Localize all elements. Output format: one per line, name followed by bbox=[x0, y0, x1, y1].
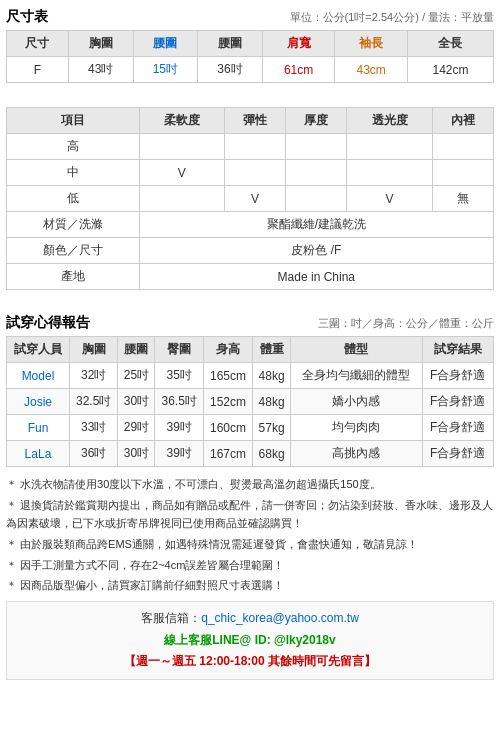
fit-col-bodytype: 體型 bbox=[290, 337, 422, 363]
fitting-cell: F合身舒適 bbox=[422, 389, 493, 415]
note-item: ＊ 因手工測量方式不同，存在2~4cm誤差皆屬合理範圍！ bbox=[6, 556, 494, 575]
fitting-title: 試穿心得報告 bbox=[6, 314, 90, 332]
material-value: 聚酯纖維/建議乾洗 bbox=[139, 212, 493, 238]
notes-section: ＊ 水洗衣物請使用30度以下水溫，不可漂白、熨燙最高溫勿超過攝氏150度。＊ 退… bbox=[6, 475, 494, 595]
prop-row-high: 高 bbox=[7, 134, 494, 160]
material-label: 材質／洗滌 bbox=[7, 212, 140, 238]
size-table-unit: 單位：公分(1吋=2.54公分) / 量法：平放量 bbox=[290, 10, 494, 25]
prop-row-mid: 中 V bbox=[7, 160, 494, 186]
prop-table: 項目 柔軟度 彈性 厚度 透光度 內裡 高 中 V bbox=[6, 107, 494, 290]
email-value: q_chic_korea@yahoo.com.tw bbox=[201, 611, 359, 625]
size-value: F bbox=[7, 57, 69, 83]
note-item: ＊ 因商品版型偏小，請買家訂購前仔細對照尺寸表選購！ bbox=[6, 576, 494, 595]
prop-col-soft: 柔軟度 bbox=[139, 108, 224, 134]
fitting-row: Model32吋25吋35吋165cm48kg全身均勻纖細的體型F合身舒適 bbox=[7, 363, 494, 389]
prop-col-lining: 內裡 bbox=[432, 108, 493, 134]
prop-col-item: 項目 bbox=[7, 108, 140, 134]
col-length: 全長 bbox=[407, 31, 493, 57]
size-table-title: 尺寸表 bbox=[6, 8, 48, 26]
fit-col-person: 試穿人員 bbox=[7, 337, 70, 363]
color-label: 顏色／尺寸 bbox=[7, 238, 140, 264]
fitting-cell: 48kg bbox=[253, 363, 291, 389]
fitting-cell: 36吋 bbox=[69, 441, 117, 467]
fitting-header: 試穿心得報告 三圍：吋／身高：公分／體重：公斤 bbox=[6, 314, 494, 332]
col-hip: 腰圍 bbox=[133, 31, 198, 57]
size-section: 尺寸表 單位：公分(1吋=2.54公分) / 量法：平放量 尺寸 胸圍 腰圍 腰… bbox=[6, 8, 494, 83]
fitting-row: Josie32.5吋30吋36.5吋152cm48kg嬌小內感F合身舒適 bbox=[7, 389, 494, 415]
fitting-cell: F合身舒適 bbox=[422, 441, 493, 467]
prop-row-low: 低 V V 無 bbox=[7, 186, 494, 212]
fitting-cell: 32吋 bbox=[69, 363, 117, 389]
waist-value: 36吋 bbox=[198, 57, 263, 83]
fitting-cell: 嬌小內感 bbox=[290, 389, 422, 415]
fitting-cell: 30吋 bbox=[118, 441, 155, 467]
prop-label-mid: 中 bbox=[7, 160, 140, 186]
fitting-cell: 160cm bbox=[203, 415, 252, 441]
fitting-cell: F合身舒適 bbox=[422, 363, 493, 389]
origin-row: 產地 Made in China bbox=[7, 264, 494, 290]
sleeve-value: 43cm bbox=[335, 57, 408, 83]
length-value: 142cm bbox=[407, 57, 493, 83]
col-chest: 胸圍 bbox=[68, 31, 133, 57]
note-item: ＊ 退換貨請於鑑賞期內提出，商品如有贈品或配件，請一併寄回；勿沾染到菸妝、香水味… bbox=[6, 496, 494, 533]
fitting-cell: 57kg bbox=[253, 415, 291, 441]
fitting-unit: 三圍：吋／身高：公分／體重：公斤 bbox=[318, 316, 494, 331]
color-value: 皮粉色 /F bbox=[139, 238, 493, 264]
fitting-cell: 全身均勻纖細的體型 bbox=[290, 363, 422, 389]
size-header: 尺寸表 單位：公分(1吋=2.54公分) / 量法：平放量 bbox=[6, 8, 494, 26]
fitting-cell: 48kg bbox=[253, 389, 291, 415]
origin-value: Made in China bbox=[139, 264, 493, 290]
hip-value: 15吋 bbox=[133, 57, 198, 83]
prop-col-thick: 厚度 bbox=[286, 108, 347, 134]
col-sleeve: 袖長 bbox=[335, 31, 408, 57]
material-row: 材質／洗滌 聚酯纖維/建議乾洗 bbox=[7, 212, 494, 238]
fitting-cell: 33吋 bbox=[69, 415, 117, 441]
footer-email-line: 客服信箱：q_chic_korea@yahoo.com.tw bbox=[11, 608, 489, 630]
fitting-table: 試穿人員 胸圍 腰圍 臀圍 身高 體重 體型 試穿結果 Model32吋25吋3… bbox=[6, 336, 494, 467]
note-item: ＊ 由於服裝類商品跨EMS通關，如遇特殊情況需延遲發貨，會盡快通知，敬請見諒！ bbox=[6, 535, 494, 554]
fit-col-result: 試穿結果 bbox=[422, 337, 493, 363]
fit-col-chest: 胸圍 bbox=[69, 337, 117, 363]
chest-value: 43吋 bbox=[68, 57, 133, 83]
fit-col-hip: 臀圍 bbox=[155, 337, 203, 363]
footer-line: 線上客服LINE@ ID: @lky2018v bbox=[11, 630, 489, 652]
fit-col-weight: 體重 bbox=[253, 337, 291, 363]
fitting-cell: F合身舒適 bbox=[422, 415, 493, 441]
fitting-row: LaLa36吋30吋39吋167cm68kg高挑內感F合身舒適 bbox=[7, 441, 494, 467]
fit-col-waist: 腰圍 bbox=[118, 337, 155, 363]
fitting-cell: Model bbox=[7, 363, 70, 389]
fitting-cell: Fun bbox=[7, 415, 70, 441]
prop-section: 項目 柔軟度 彈性 厚度 透光度 內裡 高 中 V bbox=[6, 107, 494, 290]
fitting-cell: Josie bbox=[7, 389, 70, 415]
fitting-cell: 30吋 bbox=[118, 389, 155, 415]
shoulder-value: 61cm bbox=[262, 57, 335, 83]
prop-label-high: 高 bbox=[7, 134, 140, 160]
fitting-cell: 均勻肉肉 bbox=[290, 415, 422, 441]
fitting-cell: 36.5吋 bbox=[155, 389, 203, 415]
note-item: ＊ 水洗衣物請使用30度以下水溫，不可漂白、熨燙最高溫勿超過攝氏150度。 bbox=[6, 475, 494, 494]
size-table: 尺寸 胸圍 腰圍 腰圍 肩寬 袖長 全長 F 43吋 15吋 36吋 61cm … bbox=[6, 30, 494, 83]
fitting-cell: 39吋 bbox=[155, 415, 203, 441]
prop-col-elastic: 彈性 bbox=[224, 108, 285, 134]
prop-col-transparent: 透光度 bbox=[347, 108, 432, 134]
origin-label: 產地 bbox=[7, 264, 140, 290]
fit-col-height: 身高 bbox=[203, 337, 252, 363]
fitting-cell: 152cm bbox=[203, 389, 252, 415]
footer-hours: 【週一～週五 12:00-18:00 其餘時間可先留言】 bbox=[11, 651, 489, 673]
col-shoulder: 肩寬 bbox=[262, 31, 335, 57]
footer-section: 客服信箱：q_chic_korea@yahoo.com.tw 線上客服LINE@… bbox=[6, 601, 494, 680]
fitting-cell: LaLa bbox=[7, 441, 70, 467]
fitting-cell: 68kg bbox=[253, 441, 291, 467]
fitting-cell: 165cm bbox=[203, 363, 252, 389]
col-waist: 腰圍 bbox=[198, 31, 263, 57]
fitting-row: Fun33吋29吋39吋160cm57kg均勻肉肉F合身舒適 bbox=[7, 415, 494, 441]
fitting-cell: 35吋 bbox=[155, 363, 203, 389]
fitting-cell: 32.5吋 bbox=[69, 389, 117, 415]
color-row: 顏色／尺寸 皮粉色 /F bbox=[7, 238, 494, 264]
fitting-cell: 167cm bbox=[203, 441, 252, 467]
fitting-cell: 39吋 bbox=[155, 441, 203, 467]
fitting-cell: 高挑內感 bbox=[290, 441, 422, 467]
fitting-section: 試穿心得報告 三圍：吋／身高：公分／體重：公斤 試穿人員 胸圍 腰圍 臀圍 身高… bbox=[6, 314, 494, 467]
prop-label-low: 低 bbox=[7, 186, 140, 212]
size-row: F 43吋 15吋 36吋 61cm 43cm 142cm bbox=[7, 57, 494, 83]
